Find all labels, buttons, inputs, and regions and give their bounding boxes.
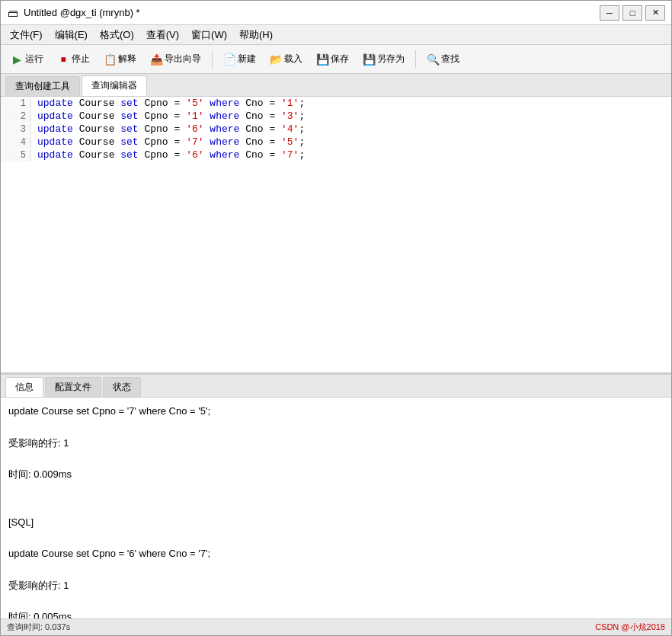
table-row: 1update Course set Cpno = '5' where Cno …	[1, 97, 671, 110]
separator-1	[212, 50, 213, 69]
find-icon: 🔍	[427, 53, 439, 66]
saveas-icon: 💾	[363, 53, 375, 66]
tab-status[interactable]: 状态	[103, 377, 141, 397]
query-time: 查询时间: 0.037s	[7, 622, 70, 633]
menu-view[interactable]: 查看(V)	[140, 27, 185, 43]
stop-icon: ■	[57, 53, 69, 66]
load-button[interactable]: 📂 载入	[264, 50, 308, 69]
table-row: 3update Course set Cpno = '6' where Cno …	[1, 123, 671, 136]
find-button[interactable]: 🔍 查找	[421, 50, 465, 69]
line-code: update Course set Cpno = '6' where Cno =…	[31, 123, 671, 136]
line-code: update Course set Cpno = '7' where Cno =…	[31, 136, 671, 149]
menu-bar: 文件(F) 编辑(E) 格式(O) 查看(V) 窗口(W) 帮助(H)	[1, 25, 671, 45]
line-number: 5	[1, 149, 31, 161]
title-bar-controls: ─ □ ✕	[600, 5, 665, 21]
run-icon: ▶	[11, 53, 23, 66]
tab-status-label: 状态	[113, 382, 131, 392]
menu-edit[interactable]: 编辑(E)	[49, 27, 94, 43]
tab-query-builder-label: 查询创建工具	[15, 81, 70, 91]
tab-info-label: 信息	[15, 382, 34, 392]
find-label: 查找	[441, 53, 459, 66]
table-row: 2update Course set Cpno = '1' where Cno …	[1, 110, 671, 123]
line-code: update Course set Cpno = '6' where Cno =…	[31, 149, 671, 161]
export-button[interactable]: 📤 导出向导	[145, 50, 206, 69]
run-label: 运行	[25, 53, 43, 66]
title-bar-left: 🗃 Untitled @dgx_ti (mrynb) *	[7, 7, 140, 19]
output-line: 受影响的行: 1	[8, 578, 664, 594]
tab-query-editor[interactable]: 查询编辑器	[82, 75, 147, 96]
line-number: 4	[1, 136, 31, 149]
export-icon: 📤	[150, 53, 162, 66]
output-line: 受影响的行: 1	[8, 436, 664, 452]
explain-icon: 📋	[104, 53, 116, 66]
menu-file[interactable]: 文件(F)	[4, 27, 49, 43]
code-editor[interactable]: 1update Course set Cpno = '5' where Cno …	[1, 97, 671, 375]
saveas-button[interactable]: 💾 另存为	[357, 50, 410, 69]
app-icon: 🗃	[7, 7, 19, 19]
explain-button[interactable]: 📋 解释	[98, 50, 142, 69]
new-icon: 📄	[223, 53, 235, 66]
tab-query-editor-label: 查询编辑器	[91, 80, 137, 91]
title-bar: 🗃 Untitled @dgx_ti (mrynb) * ─ □ ✕	[1, 1, 671, 25]
load-icon: 📂	[270, 53, 282, 66]
menu-window[interactable]: 窗口(W)	[185, 27, 233, 43]
explain-label: 解释	[118, 53, 136, 66]
tab-profile-label: 配置文件	[55, 382, 91, 392]
menu-help[interactable]: 帮助(H)	[233, 27, 279, 43]
output-line: update Course set Cpno = '7' where Cno =…	[8, 404, 664, 420]
save-button[interactable]: 💾 保存	[311, 50, 354, 69]
bottom-panel: 信息 配置文件 状态 update Course set Cpno = '7' …	[1, 375, 671, 618]
bottom-tab-bar: 信息 配置文件 状态	[1, 375, 671, 398]
close-button[interactable]: ✕	[645, 5, 665, 21]
table-row: 4update Course set Cpno = '7' where Cno …	[1, 136, 671, 149]
line-number: 2	[1, 110, 31, 123]
table-row: 5update Course set Cpno = '6' where Cno …	[1, 149, 671, 161]
export-label: 导出向导	[165, 53, 201, 66]
load-label: 载入	[284, 53, 302, 66]
tab-profile[interactable]: 配置文件	[45, 377, 101, 397]
code-lines-container: 1update Course set Cpno = '5' where Cno …	[1, 97, 671, 161]
status-bar: 查询时间: 0.037s CSDN @小炫2018	[1, 618, 671, 635]
tab-info[interactable]: 信息	[5, 377, 43, 397]
save-icon: 💾	[316, 53, 328, 66]
window-title: Untitled @dgx_ti (mrynb) *	[24, 7, 140, 18]
run-button[interactable]: ▶ 运行	[5, 50, 49, 69]
output-line: update Course set Cpno = '6' where Cno =…	[8, 546, 664, 562]
tab-query-builder[interactable]: 查询创建工具	[5, 76, 80, 96]
watermark: CSDN @小炫2018	[595, 622, 665, 633]
line-number: 1	[1, 97, 31, 110]
tab-bar: 查询创建工具 查询编辑器	[1, 74, 671, 97]
output-line: [SQL]	[8, 515, 664, 531]
save-label: 保存	[331, 53, 349, 66]
line-code: update Course set Cpno = '5' where Cno =…	[31, 97, 671, 110]
toolbar: ▶ 运行 ■ 停止 📋 解释 📤 导出向导 📄 新建 📂 载入 💾 保存	[1, 45, 671, 74]
main-content: 查询创建工具 查询编辑器 1update Course set Cpno = '…	[1, 74, 671, 618]
minimize-button[interactable]: ─	[600, 5, 619, 21]
line-code: update Course set Cpno = '1' where Cno =…	[31, 110, 671, 123]
stop-button[interactable]: ■ 停止	[52, 50, 95, 69]
line-number: 3	[1, 123, 31, 136]
main-window: 🗃 Untitled @dgx_ti (mrynb) * ─ □ ✕ 文件(F)…	[0, 0, 672, 636]
new-label: 新建	[238, 53, 256, 66]
new-button[interactable]: 📄 新建	[218, 50, 261, 69]
output-line: 时间: 0.005ms	[8, 609, 664, 618]
maximize-button[interactable]: □	[622, 5, 642, 21]
stop-label: 停止	[72, 53, 90, 66]
output-line: 时间: 0.009ms	[8, 467, 664, 483]
output-area: update Course set Cpno = '7' where Cno =…	[1, 398, 671, 618]
saveas-label: 另存为	[377, 53, 405, 66]
menu-format[interactable]: 格式(O)	[94, 27, 140, 43]
separator-2	[415, 50, 416, 69]
